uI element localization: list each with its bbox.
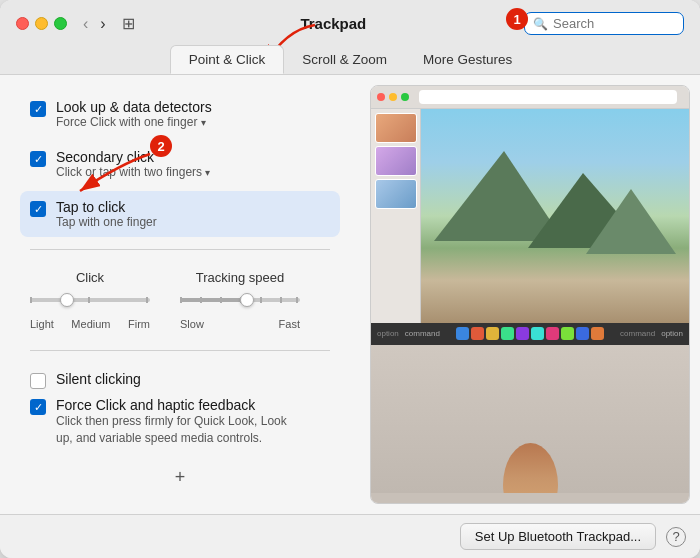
main-window: ‹ › ⊞ Trackpad 🔍 1	[0, 0, 700, 558]
tab-bar: Point & Click Scroll & Zoom More Gesture…	[170, 45, 531, 74]
setting-tap-sublabel: Tap with one finger	[56, 215, 157, 229]
plus-button[interactable]: +	[20, 463, 340, 492]
preview-image: option command command	[370, 85, 690, 504]
titlebar: ‹ › ⊞ Trackpad 🔍 1	[0, 0, 700, 75]
content-area: ✓ Look up & data detectors Force Click w…	[0, 75, 700, 514]
right-panel: option command command	[360, 75, 700, 514]
setting-lookup-sublabel: Force Click with one finger ▾	[56, 115, 212, 129]
left-panel: ✓ Look up & data detectors Force Click w…	[0, 75, 360, 514]
check-icon: ✓	[34, 104, 43, 115]
setting-tap-to-click[interactable]: ✓ Tap to click Tap with one finger	[20, 191, 340, 237]
annotation-badge-2: 2	[150, 135, 172, 157]
click-max-label: Firm	[128, 318, 150, 330]
tracking-min-label: Slow	[180, 318, 204, 330]
maximize-button[interactable]	[54, 17, 67, 30]
click-slider-labels: Light Medium Firm	[30, 318, 150, 330]
tracking-slider-label: Tracking speed	[180, 270, 300, 285]
nav-buttons: ‹ ›	[79, 14, 110, 34]
force-click-label: Force Click and haptic feedback	[56, 397, 296, 413]
checkbox-silent-clicking[interactable]	[30, 373, 46, 389]
setting-silent-clicking[interactable]: Silent clicking	[30, 371, 330, 389]
tracking-slider-labels: Slow Fast	[180, 318, 300, 330]
click-slider[interactable]	[30, 291, 150, 309]
setting-secondary-text: Secondary click Click or tap with two fi…	[56, 149, 210, 179]
tracking-slider-thumb[interactable]	[240, 293, 254, 307]
setting-tap-text: Tap to click Tap with one finger	[56, 199, 157, 229]
checkbox-tap-to-click[interactable]: ✓	[30, 201, 46, 217]
preview-dock: option command command	[371, 323, 689, 345]
annotation-badge-1: 1	[506, 8, 528, 30]
click-slider-group: Click Light Medium Firm	[30, 270, 150, 330]
grid-button[interactable]: ⊞	[122, 14, 135, 33]
force-click-sublabel: Click then press firmly for Quick Look, …	[56, 413, 296, 447]
setting-secondary-click[interactable]: ✓ Secondary click Click or tap with two …	[20, 141, 340, 187]
tracking-max-label: Fast	[279, 318, 300, 330]
checkbox-force-click[interactable]: ✓	[30, 399, 46, 415]
preview-trackpad-area	[371, 345, 689, 503]
slider-section: Click Light Medium Firm	[20, 262, 340, 338]
search-icon: 🔍	[533, 17, 548, 31]
setting-lookup-label: Look up & data detectors	[56, 99, 212, 115]
window-title: Trackpad	[143, 15, 524, 32]
tab-scroll-zoom[interactable]: Scroll & Zoom	[284, 45, 405, 74]
setting-lookup-text: Look up & data detectors Force Click wit…	[56, 99, 212, 129]
search-input[interactable]	[553, 16, 673, 31]
setting-lookup[interactable]: ✓ Look up & data detectors Force Click w…	[20, 91, 340, 137]
silent-clicking-label: Silent clicking	[56, 371, 141, 387]
divider-1	[30, 249, 330, 250]
tracking-slider[interactable]	[180, 291, 300, 309]
setting-secondary-label: Secondary click	[56, 149, 210, 165]
checkbox-lookup[interactable]: ✓	[30, 101, 46, 117]
traffic-lights	[16, 17, 67, 30]
setup-bluetooth-button[interactable]: Set Up Bluetooth Trackpad...	[460, 523, 656, 550]
help-button[interactable]: ?	[666, 527, 686, 547]
search-box[interactable]: 🔍	[524, 12, 684, 35]
finger-image	[503, 443, 558, 493]
tab-more-gestures[interactable]: More Gestures	[405, 45, 530, 74]
check-icon-2: ✓	[34, 154, 43, 165]
footer-bar: Set Up Bluetooth Trackpad... ?	[0, 514, 700, 558]
back-button[interactable]: ‹	[79, 14, 92, 34]
close-button[interactable]	[16, 17, 29, 30]
check-icon-4: ✓	[34, 402, 43, 413]
tracking-slider-group: Tracking speed	[180, 270, 300, 330]
minimize-button[interactable]	[35, 17, 48, 30]
click-slider-label: Click	[30, 270, 150, 285]
click-mid-label: Medium	[71, 318, 110, 330]
tab-point-click[interactable]: Point & Click	[170, 45, 285, 74]
setting-tap-label: Tap to click	[56, 199, 157, 215]
check-icon-3: ✓	[34, 204, 43, 215]
setting-secondary-sublabel: Click or tap with two fingers ▾	[56, 165, 210, 179]
divider-2	[30, 350, 330, 351]
bottom-settings: Silent clicking ✓ Force Click and haptic…	[20, 363, 340, 455]
click-slider-thumb[interactable]	[60, 293, 74, 307]
setting-force-click[interactable]: ✓ Force Click and haptic feedback Click …	[30, 397, 330, 447]
click-min-label: Light	[30, 318, 54, 330]
forward-button[interactable]: ›	[96, 14, 109, 34]
checkbox-secondary-click[interactable]: ✓	[30, 151, 46, 167]
